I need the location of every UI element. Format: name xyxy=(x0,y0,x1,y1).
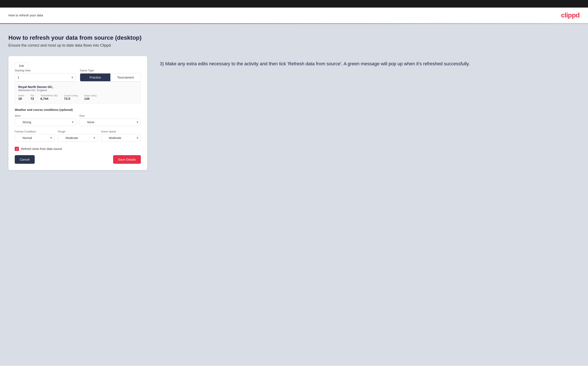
tab-active[interactable]: Edit xyxy=(15,62,28,69)
main-content: How to refresh your data from source (de… xyxy=(0,24,588,366)
fairway-select[interactable]: Normal Soft Firm xyxy=(15,134,54,142)
page-subheading: Ensure the correct and most up to date d… xyxy=(9,43,579,48)
starting-hole-select-wrapper: 1 10 ▼ xyxy=(15,73,76,82)
form-panel: Edit Starting Hole 1 10 ▼ Game Type xyxy=(9,56,147,170)
wind-group: Wind 💨 Strong Light Calm ▼ xyxy=(15,114,76,126)
conditions-row2: Fairway Conditions 🌿 Normal Soft Firm ▼ … xyxy=(15,130,141,142)
fairway-select-wrapper: 🌿 Normal Soft Firm ▼ xyxy=(15,134,54,142)
starting-hole-select[interactable]: 1 10 xyxy=(15,73,76,82)
refresh-label[interactable]: Refresh shots from data source xyxy=(21,147,62,150)
slope-rating-label: Slope rating xyxy=(84,94,97,97)
weather-section-heading: Weather and course conditions (optional) xyxy=(15,108,141,111)
par-value: 72 xyxy=(30,97,34,100)
refresh-checkbox[interactable] xyxy=(15,147,19,151)
course-rating-value: 72.5 xyxy=(64,97,78,100)
holes-value: 18 xyxy=(18,97,24,100)
rain-select-wrapper: ☀ None Light Heavy ▼ xyxy=(79,118,141,126)
stat-yards: Yards/White (M)) 6,744 xyxy=(40,94,58,100)
footer: Copyright Clippd 2022 xyxy=(0,366,588,367)
stat-slope-rating: Slope rating 134 xyxy=(84,94,97,100)
stat-holes: Holes 18 xyxy=(18,94,24,100)
header: How to refresh your data clippd xyxy=(0,8,588,23)
top-form-row: Starting Hole 1 10 ▼ Game Type Practice … xyxy=(15,69,141,82)
wind-select-wrapper: 💨 Strong Light Calm ▼ xyxy=(15,118,76,126)
conditions-row1: Wind 💨 Strong Light Calm ▼ Rain ☀ xyxy=(15,114,141,126)
action-buttons: Cancel Save Details xyxy=(15,155,141,164)
header-title: How to refresh your data xyxy=(9,13,43,17)
starting-hole-group: Starting Hole 1 10 ▼ xyxy=(15,69,76,82)
content-layout: Edit Starting Hole 1 10 ▼ Game Type xyxy=(9,56,579,170)
course-location: Westward Ho!, England xyxy=(18,89,137,92)
holes-label: Holes xyxy=(18,94,24,97)
green-speed-select[interactable]: Moderate Slow Fast xyxy=(101,134,141,142)
wind-select[interactable]: Strong Light Calm xyxy=(15,118,76,126)
rough-group: Rough 🌾 Moderate Light Heavy ▼ xyxy=(58,130,97,142)
starting-hole-label: Starting Hole xyxy=(15,69,76,72)
course-info-box: Royal North Devon GC, Westward Ho!, Engl… xyxy=(15,82,141,104)
wind-label: Wind xyxy=(15,114,76,117)
cancel-button[interactable]: Cancel xyxy=(15,155,35,164)
slope-rating-value: 134 xyxy=(84,97,97,100)
tab-stubs: Edit xyxy=(15,62,141,69)
stat-par: Par 72 xyxy=(30,94,34,100)
course-name: Royal North Devon GC, xyxy=(18,85,137,89)
green-speed-label: Green Speed xyxy=(101,130,141,133)
game-type-group: Game Type Practice Tournament xyxy=(80,69,141,82)
fairway-label: Fairway Conditions xyxy=(15,130,54,133)
description-text: 3) Make any extra edits necessary to the… xyxy=(160,60,579,67)
course-stats: Holes 18 Par 72 Yards/White (M)) 6,744 C… xyxy=(18,94,137,100)
course-rating-label: Course rating xyxy=(64,94,78,97)
game-type-label: Game Type xyxy=(80,69,141,72)
rough-label: Rough xyxy=(58,130,97,133)
rain-label: Rain xyxy=(79,114,141,117)
rough-select-wrapper: 🌾 Moderate Light Heavy ▼ xyxy=(58,134,97,142)
description-panel: 3) Make any extra edits necessary to the… xyxy=(160,56,579,67)
green-speed-select-wrapper: ⛳ Moderate Slow Fast ▼ xyxy=(101,134,141,142)
practice-button[interactable]: Practice xyxy=(80,74,110,81)
fairway-group: Fairway Conditions 🌿 Normal Soft Firm ▼ xyxy=(15,130,54,142)
rough-select[interactable]: Moderate Light Heavy xyxy=(58,134,97,142)
stat-course-rating: Course rating 72.5 xyxy=(64,94,78,100)
green-speed-group: Green Speed ⛳ Moderate Slow Fast ▼ xyxy=(101,130,141,142)
par-label: Par xyxy=(30,94,34,97)
game-type-toggle: Practice Tournament xyxy=(80,73,141,82)
page-heading: How to refresh your data from source (de… xyxy=(9,34,579,41)
yards-label: Yards/White (M)) xyxy=(40,94,58,97)
refresh-checkbox-row: Refresh shots from data source xyxy=(15,147,141,151)
rain-group: Rain ☀ None Light Heavy ▼ xyxy=(79,114,141,126)
yards-value: 6,744 xyxy=(40,97,58,100)
rain-select[interactable]: None Light Heavy xyxy=(79,118,141,126)
top-bar xyxy=(0,0,588,8)
logo: clippd xyxy=(561,11,579,19)
tournament-button[interactable]: Tournament xyxy=(110,74,141,81)
save-button[interactable]: Save Details xyxy=(113,155,141,164)
